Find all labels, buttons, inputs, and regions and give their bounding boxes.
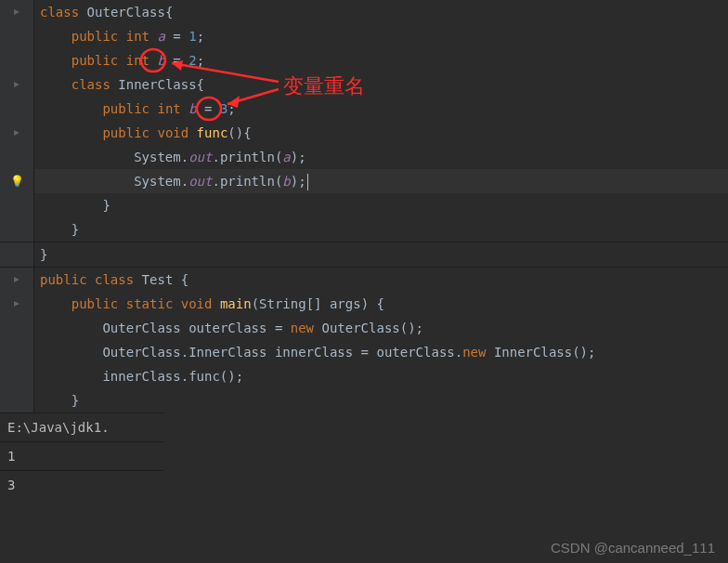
code-line: } (0, 193, 728, 217)
code-line: System.out.println(a); (0, 145, 728, 169)
console-path: E:\Java\jdk1. (0, 412, 163, 441)
text-caret (307, 174, 308, 190)
code-line: public void func(){ (0, 121, 728, 145)
watermark: CSDN @cancanneed_111 (551, 540, 715, 556)
annotation-label: 变量重名 (283, 72, 365, 100)
code-line: public class Test { (0, 268, 728, 292)
code-line: public int a = 1; (0, 24, 728, 48)
gutter (0, 0, 34, 24)
code-line: OuterClass.InnerClass innerClass = outer… (0, 340, 728, 364)
code-line: public static void main(String[] args) { (0, 292, 728, 316)
code-line-current: 💡 System.out.println(b); (0, 169, 728, 193)
code-line: public int b = 2; (0, 48, 728, 72)
run-output-panel: E:\Java\jdk1. 1 3 (0, 412, 158, 499)
code-line: innerClass.func(); (0, 364, 728, 388)
code-line: } (0, 242, 728, 267)
code-line: } (0, 217, 728, 242)
code-line: OuterClass outerClass = new OuterClass()… (0, 316, 728, 340)
code-line: class OuterClass{ (0, 0, 728, 24)
console-output-line: 3 (0, 470, 163, 499)
intention-bulb-icon[interactable]: 💡 (10, 169, 24, 193)
code-line: } (0, 388, 728, 412)
console-output-line: 1 (0, 441, 163, 470)
code-editor[interactable]: class OuterClass{ public int a = 1; publ… (0, 0, 728, 412)
